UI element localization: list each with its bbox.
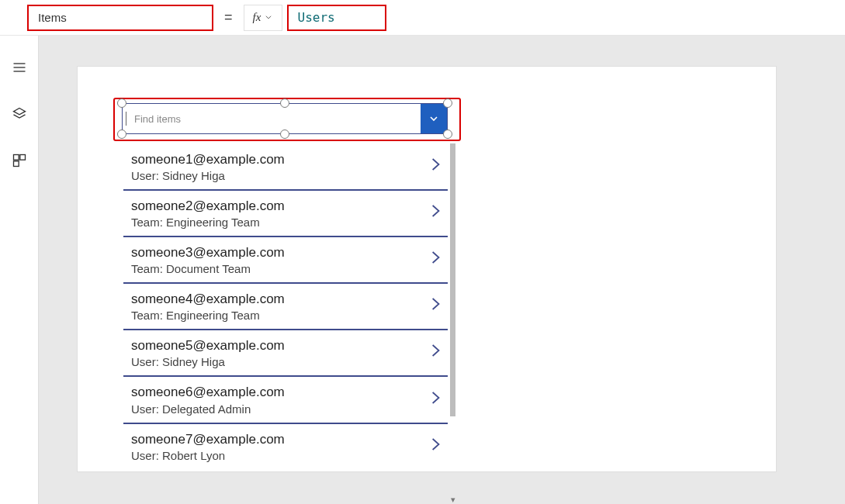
fx-icon: fx	[253, 11, 261, 24]
list-item-subtitle: User: Delegated Admin	[131, 402, 417, 416]
canvas: someone1@example.com User: Sidney Higa s…	[39, 36, 845, 504]
list-item-title: someone7@example.com	[131, 431, 417, 448]
chevron-down-icon	[428, 112, 440, 125]
selection-handle[interactable]	[443, 98, 452, 108]
selection-handle[interactable]	[117, 98, 126, 108]
chevron-right-icon	[431, 156, 442, 178]
fx-button[interactable]: fx	[244, 5, 282, 31]
list-item-title: someone3@example.com	[131, 244, 417, 261]
svg-rect-4	[13, 155, 19, 161]
hamburger-icon[interactable]	[11, 59, 28, 76]
chevron-right-icon	[431, 436, 442, 457]
list-item-title: someone5@example.com	[131, 337, 417, 354]
chevron-right-icon	[431, 249, 442, 271]
list-item[interactable]: someone4@example.com Team: Engineering T…	[123, 284, 448, 330]
chevron-right-icon	[431, 342, 442, 364]
results-list: someone1@example.com User: Sidney Higa s…	[123, 144, 448, 501]
formula-text: Users	[298, 10, 335, 25]
svg-rect-5	[19, 155, 25, 161]
left-rail	[0, 36, 39, 504]
layers-icon[interactable]	[11, 105, 28, 123]
list-item[interactable]: someone3@example.com Team: Document Team	[123, 237, 448, 284]
selection-handle[interactable]	[443, 129, 452, 139]
list-item-subtitle: Team: Engineering Team	[131, 309, 417, 322]
list-item[interactable]: someone5@example.com User: Sidney Higa	[123, 330, 448, 377]
combobox-dropdown-button[interactable]	[421, 104, 447, 133]
list-item-title: someone1@example.com	[131, 151, 417, 168]
list-item-title: someone4@example.com	[131, 291, 417, 308]
property-dropdown[interactable]: Items	[27, 5, 213, 31]
chevron-down-icon	[265, 12, 272, 23]
list-item-subtitle: User: Sidney Higa	[131, 169, 417, 182]
equals-label: =	[224, 9, 233, 26]
list-item[interactable]: someone1@example.com User: Sidney Higa	[123, 144, 448, 191]
formula-bar: Items = fx Users	[0, 0, 845, 36]
svg-rect-6	[13, 161, 19, 167]
selection-handle[interactable]	[117, 129, 126, 139]
svg-marker-3	[13, 109, 25, 115]
scrollbar-thumb[interactable]	[450, 143, 455, 416]
list-item-subtitle: Team: Document Team	[131, 262, 417, 275]
combobox-input[interactable]	[126, 112, 421, 126]
list-item[interactable]: someone6@example.com User: Delegated Adm…	[123, 377, 448, 423]
chevron-right-icon	[431, 389, 442, 411]
chevron-right-icon	[431, 202, 442, 224]
property-dropdown-label: Items	[38, 11, 67, 24]
chevron-right-icon	[431, 295, 442, 317]
list-item-subtitle: User: Sidney Higa	[131, 355, 417, 368]
list-item[interactable]: someone2@example.com Team: Engineering T…	[123, 191, 448, 237]
scroll-down-icon[interactable]: ▾	[448, 495, 458, 504]
components-icon[interactable]	[11, 152, 28, 169]
list-item-title: someone2@example.com	[131, 198, 417, 215]
formula-input[interactable]: Users	[287, 5, 386, 31]
list-item-subtitle: User: Robert Lyon	[131, 449, 417, 462]
list-item[interactable]: someone7@example.com User: Robert Lyon	[123, 424, 448, 469]
list-item-subtitle: Team: Engineering Team	[131, 216, 417, 229]
artboard: someone1@example.com User: Sidney Higa s…	[78, 67, 776, 471]
selection-handle[interactable]	[280, 98, 289, 108]
selection-handle[interactable]	[280, 129, 289, 139]
list-item-title: someone6@example.com	[131, 384, 417, 401]
selected-control	[113, 98, 461, 141]
